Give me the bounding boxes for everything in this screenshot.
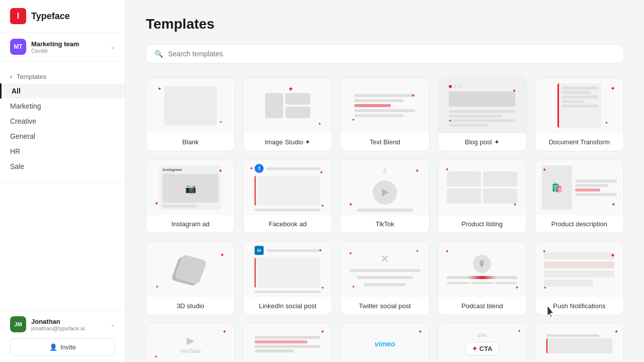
sparkle-icon: ✦ xyxy=(288,85,294,93)
app-logo-icon: I xyxy=(10,8,26,24)
page-title: Templates xyxy=(146,16,624,32)
image-icon: 🛍️ xyxy=(551,182,562,193)
template-preview-youtube: ✦ ✦ ▶ YouTube xyxy=(146,324,234,362)
sidebar-item-marketing[interactable]: Marketing xyxy=(0,99,125,114)
sparkle-icon: ✦ xyxy=(321,204,325,208)
template-card-product-description[interactable]: ✦ ✦ 🛍️ Product description xyxy=(535,159,624,233)
template-label: Product listing xyxy=(438,215,526,233)
linkedin-preview: in xyxy=(255,246,320,293)
sparkle-icon: ✦ xyxy=(610,85,615,92)
template-preview-document-transform: ✦ ✦ xyxy=(535,78,623,133)
sidebar-item-hr[interactable]: HR xyxy=(0,144,125,159)
sidebar-bottom: JM Jonathan jonathan@typeface.ai ⌄ 👤 Inv… xyxy=(0,310,125,362)
sparkle-icon: ✦ xyxy=(610,252,615,259)
sparkle-icon: ✦ xyxy=(219,120,222,124)
sparkle-icon: ✦ xyxy=(319,170,324,175)
twitter-preview: ✕ xyxy=(350,253,420,286)
microphone-icon: 🎙 xyxy=(473,255,491,273)
template-card-blank[interactable]: ✦ ✦ Blank xyxy=(146,77,235,151)
blog-preview xyxy=(447,83,517,129)
sparkle-icon: ✦ xyxy=(352,118,355,122)
newsletter-preview xyxy=(255,336,320,352)
app-name: Typeface xyxy=(31,11,70,22)
team-subtitle: Cecilié xyxy=(31,48,110,54)
template-card-podcast[interactable]: ✦ ✦ 🎙 Podcast blend xyxy=(438,241,527,315)
sparkle-icon: ✦ xyxy=(542,167,546,172)
template-label: Text Blend xyxy=(341,133,429,151)
nav-back-button[interactable]: ‹ Templates xyxy=(0,69,125,83)
template-card-image-studio[interactable]: ✦ ✦ Image Studio ✦ xyxy=(243,77,332,151)
sparkle-icon: ✦ xyxy=(218,168,222,173)
template-card-facebook[interactable]: ✦ ✦ ✦ f Facebook ad xyxy=(243,159,332,233)
nav-back-label: Templates xyxy=(17,73,46,80)
template-label: 3D studio xyxy=(146,297,234,315)
team-name: Marketing team xyxy=(31,40,110,48)
sidebar-item-sale[interactable]: Sale xyxy=(0,159,125,174)
search-input[interactable] xyxy=(168,50,615,58)
template-card-blog-post[interactable]: ✦ ✦ Blog post ✦ xyxy=(438,77,527,151)
sparkle-icon: ✦ xyxy=(448,119,452,123)
invite-icon: 👤 xyxy=(49,343,57,351)
sparkle-icon: ✦ xyxy=(512,88,516,94)
user-section: JM Jonathan jonathan@typeface.ai ⌄ xyxy=(10,316,115,332)
instagram-card-preview: Instagram 📷 xyxy=(159,165,221,210)
template-card-push-notifications[interactable]: ✦ ✦ ✦ Push Notifications xyxy=(535,241,624,315)
template-card-instagram[interactable]: ✦ ✦ Instagram 📷 Instagram ad xyxy=(146,159,235,233)
tiktok-icon: ♪ xyxy=(382,163,387,176)
sparkle-icon: ✦ xyxy=(515,285,519,290)
user-chevron-icon: ⌄ xyxy=(110,321,115,328)
main-content: Templates 🔍 ✦ ✦ Blank ✦ ✦ xyxy=(126,0,644,362)
template-card-vimeo[interactable]: ✦ vimeo xyxy=(340,323,429,362)
template-card-product-listing[interactable]: ✦ ✦ Product listing xyxy=(438,159,527,233)
sparkle-icon: ✦ xyxy=(542,249,546,254)
template-label: Blank xyxy=(146,133,234,151)
template-label: Podcast blend xyxy=(438,297,526,315)
template-label: TikTok xyxy=(341,215,429,233)
template-preview-3d-studio: ✦ ✦ xyxy=(146,242,234,297)
invite-button[interactable]: 👤 Invite xyxy=(10,338,115,356)
template-preview-vimeo: ✦ vimeo xyxy=(341,324,429,362)
app-logo-area: I Typeface xyxy=(0,0,125,33)
sidebar-item-all[interactable]: All xyxy=(0,83,125,99)
youtube-logo-text: YouTube xyxy=(180,348,201,354)
template-card-newsletter[interactable]: ✦ xyxy=(243,323,332,362)
template-card-youtube[interactable]: ✦ ✦ ▶ YouTube xyxy=(146,323,235,362)
tiktok-preview: ♪ xyxy=(350,163,420,212)
sparkle-icon: ✦ xyxy=(611,202,615,207)
team-avatar: MT xyxy=(10,39,26,55)
template-card-3d-studio[interactable]: ✦ ✦ 3D studio xyxy=(146,241,235,315)
sparkle-icon: ✦ xyxy=(415,168,419,173)
templates-grid: ✦ ✦ Blank ✦ ✦ Image Studio ✦ xyxy=(146,77,624,362)
audio-wave xyxy=(447,276,517,279)
template-card-twitter[interactable]: ✦ ✦ ✦ ✕ Twitter social post xyxy=(340,241,429,315)
search-icon: 🔍 xyxy=(154,50,163,58)
sparkle-icon: ✦ xyxy=(318,122,321,126)
sparkle-icon: ✦ xyxy=(411,93,415,98)
youtube-preview: ▶ YouTube xyxy=(155,334,226,354)
star-icon: ✦ xyxy=(472,345,477,352)
vimeo-logo-text: vimeo xyxy=(375,340,395,348)
blank-preview-shape xyxy=(164,86,217,125)
user-name: Jonathan xyxy=(31,318,105,325)
template-card-tiktok[interactable]: ✦ ✦ ♪ TikTok xyxy=(340,159,429,233)
sidebar-item-creative[interactable]: Creative xyxy=(0,114,125,129)
sidebar-item-general[interactable]: General xyxy=(0,129,125,144)
search-bar: 🔍 xyxy=(146,44,624,63)
template-card-other[interactable]: ✦ xyxy=(535,323,624,362)
template-label: Twitter social post xyxy=(341,297,429,315)
template-label: Instagram ad xyxy=(146,215,234,233)
sparkle-icon: ✦ xyxy=(352,285,355,289)
template-preview-linkedin: ✦ ✦ in xyxy=(244,242,332,297)
product-listing-preview xyxy=(447,171,517,204)
template-card-text-blend[interactable]: ✦ ✦ Text Blend xyxy=(340,77,429,151)
template-label: LinkedIn social post xyxy=(244,297,332,315)
instagram-icon: 📷 xyxy=(185,183,196,194)
template-label: Product description xyxy=(535,215,623,233)
template-card-document-transform[interactable]: ✦ ✦ Document Transform xyxy=(535,77,624,151)
team-selector[interactable]: MT Marketing team Cecilié ⌄ xyxy=(0,33,125,61)
user-email: jonathan@typeface.ai xyxy=(31,325,105,331)
template-card-cta[interactable]: ✦ CTA ✦ CTA xyxy=(438,323,527,362)
sparkle-icon: ✦ xyxy=(349,202,353,207)
template-card-linkedin[interactable]: ✦ ✦ in LinkedIn social post xyxy=(243,241,332,315)
sparkle-icon: ✦ xyxy=(157,86,162,92)
